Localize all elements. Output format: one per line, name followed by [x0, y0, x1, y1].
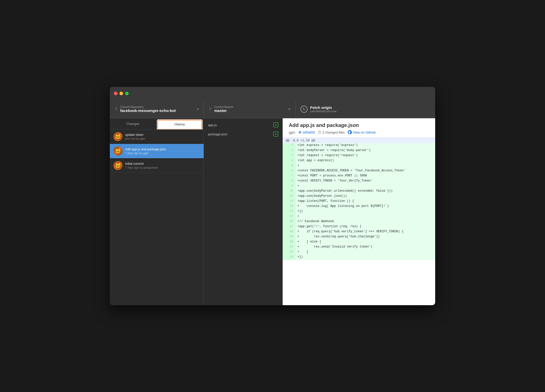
diff-line-content: +// Facebook Webhook [295, 219, 435, 224]
maximize-button[interactable] [125, 92, 129, 95]
avatar: 🐱 [113, 132, 123, 141]
commit-meta: just now by ggm [125, 137, 200, 140]
diff-line-num: 3 [283, 153, 295, 158]
diff-line: 22 + } [283, 250, 435, 255]
view-github-text: View on GitHub [353, 130, 376, 134]
diff-line-content: +let app = express() [295, 158, 435, 164]
diff-line: 17 +app.get('/', function (req, res) { [283, 224, 435, 230]
commit-author: ggm [289, 130, 295, 134]
file-item[interactable]: app.js + [204, 120, 282, 129]
fetch-origin-section[interactable]: ↻ Fetch origin Last fetched just now [295, 100, 435, 118]
sidebar-tabs: Changes History [110, 118, 204, 129]
diff-line-content: + res.send(req.query['hub.challenge']) [295, 235, 435, 240]
diff-line-num: 10 [283, 189, 295, 194]
diff-line-num: 1 [283, 143, 295, 148]
diff-line: 19 + res.send(req.query['hub.challenge']… [283, 235, 435, 240]
commit-item[interactable]: 🐱 update token just now by ggm [110, 129, 204, 144]
diff-hunk-header: @@ -0,0 +1,58 @@ [283, 138, 435, 143]
diff-line-num: 22 [283, 250, 295, 255]
tab-history[interactable]: History [157, 119, 203, 129]
fetch-sub: Last fetched just now [310, 110, 430, 113]
close-button[interactable] [114, 92, 117, 95]
diff-line-num: 8 [283, 179, 295, 184]
diff-line: 13 + console.log(`App listening on port … [283, 204, 435, 209]
avatar: 🐱 [113, 161, 123, 170]
diff-line-num: 15 [283, 214, 295, 219]
diff-line-num: 5 [283, 164, 295, 169]
repo-name: facebook-messenger-echo-bot [120, 108, 194, 113]
repo-icon: ⑂ [115, 106, 118, 112]
main-area: Changes History 🐱 update token just now … [110, 118, 435, 305]
diff-line-content: + [295, 164, 435, 169]
diff-line-num: 21 [283, 245, 295, 250]
commit-info: Initial commit 7 days ago by godgunman [125, 162, 200, 169]
diff-line-content: +app.use(bodyParser.urlencoded({ extende… [295, 189, 435, 194]
toolbar: ⑂ Current Repository facebook-messenger-… [110, 100, 435, 118]
view-on-github[interactable]: View on GitHub [348, 130, 376, 134]
diff-line-content: +const FACEBOOK_ACCESS_TOKEN = 'Your_Fac… [295, 169, 435, 174]
diff-line: 12 +app.listen(PORT, function () { [283, 199, 435, 204]
diff-line: 8 +const VERIFY_TOKEN = 'Your_Verify_Tok… [283, 179, 435, 184]
avatar-img: 🐱 [113, 146, 123, 156]
diff-line: 9 + [283, 184, 435, 189]
diff-line-num: 16 [283, 219, 295, 224]
commit-hash-text: b95df28 [303, 130, 315, 134]
fetch-text-block: Fetch origin Last fetched just now [310, 105, 430, 113]
diff-line-num: 14 [283, 209, 295, 214]
commit-title: update token [125, 133, 200, 137]
commit-hash-icon [298, 130, 302, 134]
diff-line: 11 +app.use(bodyParser.json()) [283, 194, 435, 199]
svg-point-0 [299, 132, 301, 133]
commit-meta: 7 days ago by ggm [125, 152, 200, 155]
diff-line-content: + } [295, 250, 435, 255]
diff-line-num: 19 [283, 235, 295, 240]
diff-line-content: +let bodyParser = require('body-parser') [295, 148, 435, 153]
diff-line: 23 +}) [283, 255, 435, 260]
traffic-lights [114, 92, 129, 95]
minimize-button[interactable] [119, 92, 123, 95]
file-name: app.js [208, 123, 217, 127]
commit-header-meta: ggm b95df28 2 changed files View on GitH… [289, 130, 429, 134]
diff-line: 14 +}) [283, 209, 435, 214]
diff-line-content: +app.listen(PORT, function () { [295, 199, 435, 204]
diff-line: 20 + } else { [283, 240, 435, 245]
diff-line-content: + } else { [295, 240, 435, 245]
commit-hash[interactable]: b95df28 [298, 130, 315, 134]
diff-area[interactable]: Add app.js and package.json ggm b95df28 … [283, 118, 435, 305]
diff-line-content: + console.log(`App listening on port ${P… [295, 204, 435, 209]
diff-line-content: +}) [295, 255, 435, 260]
commit-title: Add app.js and package.json [125, 148, 200, 151]
github-icon [348, 130, 352, 134]
diff-line-num: 20 [283, 240, 295, 245]
branch-label: Current Branch [214, 105, 286, 108]
branch-name: master [214, 108, 286, 113]
diff-line-num: 7 [283, 174, 295, 179]
diff-line: 1 +let express = require('express') [283, 143, 435, 148]
commit-list: 🐱 update token just now by ggm 🐱 Add app… [110, 129, 204, 305]
commit-item[interactable]: 🐱 Initial commit 7 days ago by godgunman [110, 158, 204, 173]
current-branch-section[interactable]: ⑂ Current Branch master ▾ [204, 100, 295, 118]
diff-line: 18 + if (req.query['hub.verify_token'] =… [283, 230, 435, 235]
current-repo-section[interactable]: ⑂ Current Repository facebook-messenger-… [110, 100, 204, 118]
file-item[interactable]: package.json + [204, 129, 282, 139]
title-bar [110, 87, 435, 100]
diff-line-num: 4 [283, 158, 295, 164]
diff-line-content: + [295, 184, 435, 189]
fetch-icon: ↻ [300, 106, 308, 113]
commit-meta: 7 days ago by godgunman [125, 166, 200, 169]
branch-icon: ⑂ [209, 106, 212, 112]
diff-line: 21 + res.send('Invalid verify token') [283, 245, 435, 250]
diff-line-num: 2 [283, 148, 295, 153]
commit-header-title: Add app.js and package.json [289, 122, 429, 128]
repo-chevron: ▾ [197, 107, 199, 111]
diff-line: 7 +const PORT = process.env.PORT || 3000 [283, 174, 435, 179]
diff-line-content: +const VERIFY_TOKEN = 'Your_Verify_Token… [295, 179, 435, 184]
diff-line: 2 +let bodyParser = require('body-parser… [283, 148, 435, 153]
file-name: package.json [208, 132, 228, 136]
diff-line-content: +const PORT = process.env.PORT || 3000 [295, 174, 435, 179]
file-added-icon: + [273, 122, 278, 127]
diff-line-num: 13 [283, 204, 295, 209]
app-window: ⑂ Current Repository facebook-messenger-… [110, 87, 435, 305]
tab-changes[interactable]: Changes [110, 118, 156, 129]
commit-item[interactable]: 🐱 Add app.js and package.json 7 days ago… [110, 144, 204, 158]
